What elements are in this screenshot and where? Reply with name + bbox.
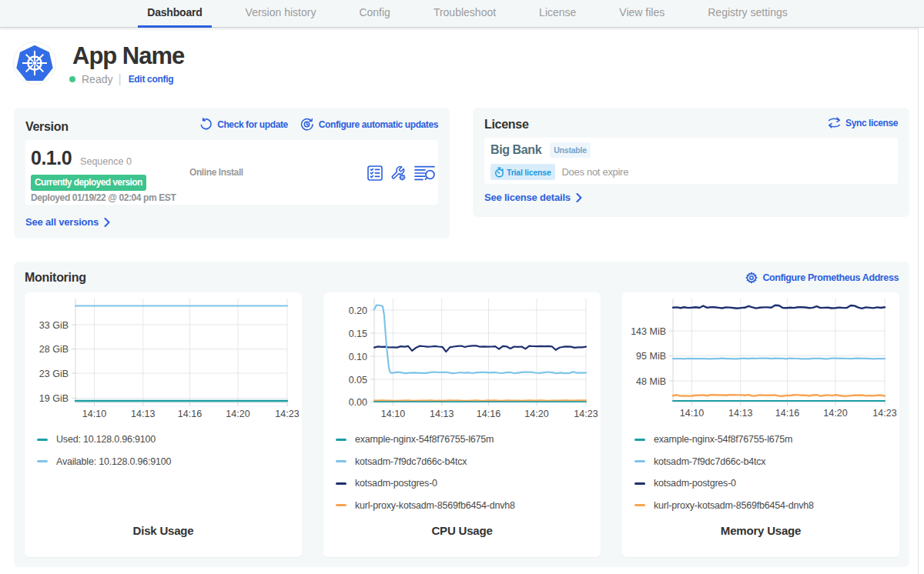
svg-text:14:23: 14:23 [574, 409, 598, 419]
svg-text:14:13: 14:13 [430, 409, 454, 419]
svg-text:0.20: 0.20 [349, 305, 367, 316]
svg-text:28 GiB: 28 GiB [39, 344, 69, 355]
svg-text:14:10: 14:10 [680, 408, 704, 419]
svg-text:14:20: 14:20 [524, 409, 548, 419]
svg-text:0.15: 0.15 [349, 329, 367, 339]
svg-text:0.05: 0.05 [349, 375, 367, 385]
svg-text:23 GiB: 23 GiB [39, 369, 69, 379]
svg-text:14:23: 14:23 [872, 408, 896, 419]
svg-text:33 GiB: 33 GiB [39, 320, 69, 331]
svg-text:14:13: 14:13 [131, 409, 155, 419]
svg-text:14:16: 14:16 [477, 409, 500, 419]
svg-text:14:16: 14:16 [178, 409, 202, 419]
svg-text:95 MiB: 95 MiB [636, 351, 666, 362]
svg-text:0.00: 0.00 [349, 397, 367, 408]
svg-text:14:10: 14:10 [82, 409, 106, 419]
svg-text:19 GiB: 19 GiB [39, 393, 69, 404]
svg-text:14:16: 14:16 [775, 408, 799, 419]
svg-text:0.10: 0.10 [349, 352, 367, 362]
svg-text:14:23: 14:23 [275, 409, 299, 419]
svg-text:48 MiB: 48 MiB [636, 376, 666, 387]
svg-text:14:10: 14:10 [381, 409, 405, 419]
svg-text:143 MiB: 143 MiB [631, 326, 666, 337]
svg-text:14:20: 14:20 [823, 408, 847, 419]
svg-text:14:20: 14:20 [226, 409, 249, 419]
svg-text:14:13: 14:13 [728, 408, 752, 419]
